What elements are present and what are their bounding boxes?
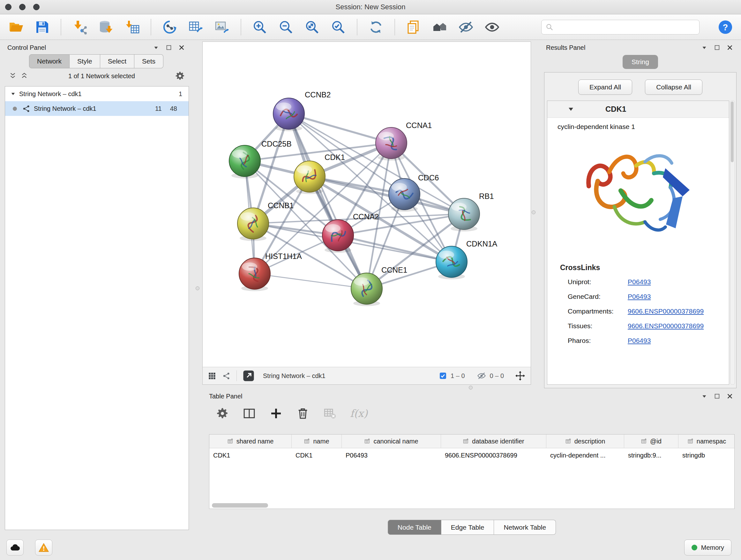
warning-icon [38, 542, 49, 553]
memory-button[interactable]: Memory [684, 540, 731, 556]
tab-network[interactable]: Network [29, 54, 70, 68]
splitter-handle-right[interactable] [532, 210, 536, 214]
panel-close-icon[interactable] [726, 393, 733, 400]
import-network-button[interactable] [72, 19, 87, 35]
splitter-handle-left[interactable] [196, 287, 199, 290]
network-edge[interactable] [338, 235, 452, 262]
help-button[interactable]: ? [718, 20, 733, 35]
crosslink-uniprot-link[interactable]: P06493 [628, 278, 651, 286]
grid-view-icon[interactable] [208, 372, 216, 380]
network-options-gear-icon[interactable] [175, 71, 185, 81]
network-node-CDC6[interactable] [389, 179, 420, 210]
panel-float-icon[interactable] [714, 44, 721, 51]
panel-menu-icon[interactable] [701, 44, 708, 51]
network-node-CCNB1[interactable] [238, 208, 269, 239]
tab-node-table[interactable]: Node Table [388, 520, 441, 535]
network-node-CCNB2[interactable] [273, 98, 305, 129]
zoom-fit-button[interactable] [305, 19, 320, 35]
crosslink-label: GeneCard: [568, 293, 628, 300]
show-elements-button[interactable] [484, 19, 500, 35]
table-row[interactable]: CDK1 CDK1 P06493 9606.ENSP00000378699 cy… [209, 448, 734, 462]
tab-select[interactable]: Select [100, 54, 134, 68]
column-header-namespace[interactable]: namespac [678, 435, 735, 448]
expand-all-button[interactable]: Expand All [578, 79, 632, 95]
crosslink-pharos-link[interactable]: P06493 [628, 337, 651, 345]
import-network-from-database-button[interactable] [98, 19, 114, 35]
network-tree: String Network – cdk1 1 String Network –… [5, 86, 189, 530]
panel-menu-icon[interactable] [701, 393, 708, 400]
open-in-new-window-icon[interactable] [243, 370, 255, 382]
network-node-CDC25B[interactable] [229, 145, 260, 177]
new-network-button[interactable] [162, 19, 178, 35]
protein-header[interactable]: CDK1 [547, 101, 729, 118]
results-scrollbar[interactable] [730, 101, 735, 385]
column-header-shared-name[interactable]: shared name [209, 435, 292, 448]
panel-menu-icon[interactable] [152, 44, 159, 51]
column-header-canonical-name[interactable]: canonical name [342, 435, 441, 448]
search-box[interactable] [541, 20, 699, 35]
collapse-all-icon[interactable] [9, 72, 17, 80]
crosslink-compartments-link[interactable]: 9606.ENSP00000378699 [628, 307, 704, 315]
panel-float-icon[interactable] [714, 393, 721, 400]
network-view-title: String Network – cdk1 [263, 372, 326, 380]
panel-close-icon[interactable] [178, 44, 185, 51]
export-table-button[interactable] [188, 19, 204, 35]
network-row-selected[interactable]: String Network – cdk1 11 48 [5, 101, 189, 116]
hide-elements-button[interactable] [458, 19, 474, 35]
collection-expander-icon[interactable] [10, 91, 16, 97]
network-node-RB1[interactable] [448, 198, 480, 230]
network-edge[interactable] [255, 273, 367, 289]
network-node-CCNA1[interactable] [376, 127, 407, 159]
table-horizontal-scrollbar[interactable] [212, 503, 268, 508]
column-header-database-identifier[interactable]: database identifier [441, 435, 546, 448]
tab-network-table[interactable]: Network Table [494, 520, 556, 535]
tab-style[interactable]: Style [70, 54, 100, 68]
crosslink-genecard-link[interactable]: P06493 [628, 293, 651, 300]
tab-sets[interactable]: Sets [134, 54, 163, 68]
import-table-button[interactable] [125, 19, 140, 35]
network-node-CCNE1[interactable] [351, 273, 382, 304]
zoom-out-button[interactable] [278, 19, 293, 35]
apply-layout-button[interactable] [368, 19, 384, 35]
save-session-button[interactable] [35, 19, 50, 35]
network-type-icon[interactable] [222, 372, 231, 380]
column-header-name[interactable]: name [292, 435, 342, 448]
memory-label: Memory [701, 544, 724, 551]
tab-edge-table[interactable]: Edge Table [441, 520, 494, 535]
copy-documents-button[interactable] [406, 19, 421, 35]
cloud-button[interactable] [6, 540, 23, 556]
panel-float-icon[interactable] [165, 44, 172, 51]
network-node-HIST1H1A[interactable] [239, 258, 270, 289]
open-session-button[interactable] [8, 19, 23, 35]
network-collection-row[interactable]: String Network – cdk1 1 [5, 86, 189, 101]
splitter-handle-bottom[interactable] [469, 386, 473, 389]
pan-crosshair-icon[interactable] [515, 370, 526, 381]
add-column-icon[interactable] [270, 407, 282, 420]
delete-column-icon[interactable] [296, 407, 309, 420]
network-node-CDKN1A[interactable] [436, 246, 467, 277]
houses-button[interactable] [432, 19, 448, 35]
network-edge[interactable] [289, 114, 367, 289]
protein-expander-icon[interactable] [567, 105, 575, 113]
search-input[interactable] [556, 23, 695, 31]
zoom-in-button[interactable] [252, 19, 267, 35]
network-icon [22, 105, 30, 113]
export-image-button[interactable] [214, 19, 230, 35]
column-header-description[interactable]: description [546, 435, 624, 448]
selected-checkbox-icon[interactable] [439, 372, 447, 380]
show-columns-icon[interactable] [243, 407, 256, 420]
zoom-selected-button[interactable] [331, 19, 346, 35]
table-options-gear-icon[interactable] [216, 407, 229, 420]
column-header-id[interactable]: @id [624, 435, 678, 448]
network-node-CDK1[interactable] [294, 161, 325, 192]
network-node-CCNA2[interactable] [322, 220, 354, 251]
network-view[interactable]: CCNB2CCNA1CDC25BCDK1CDC6RB1CCNB1CCNA2CDK… [202, 42, 531, 385]
tab-string[interactable]: String [623, 55, 658, 69]
warnings-button[interactable] [35, 540, 52, 556]
network-canvas[interactable]: CCNB2CCNA1CDC25BCDK1CDC6RB1CCNB1CCNA2CDK… [203, 42, 531, 367]
expand-all-icon[interactable] [20, 72, 28, 80]
crosslink-tissues-link[interactable]: 9606.ENSP00000378699 [628, 322, 704, 330]
collapse-all-button[interactable]: Collapse All [645, 79, 702, 95]
network-node-label: CDK1 [325, 153, 345, 162]
panel-close-icon[interactable] [726, 44, 733, 51]
